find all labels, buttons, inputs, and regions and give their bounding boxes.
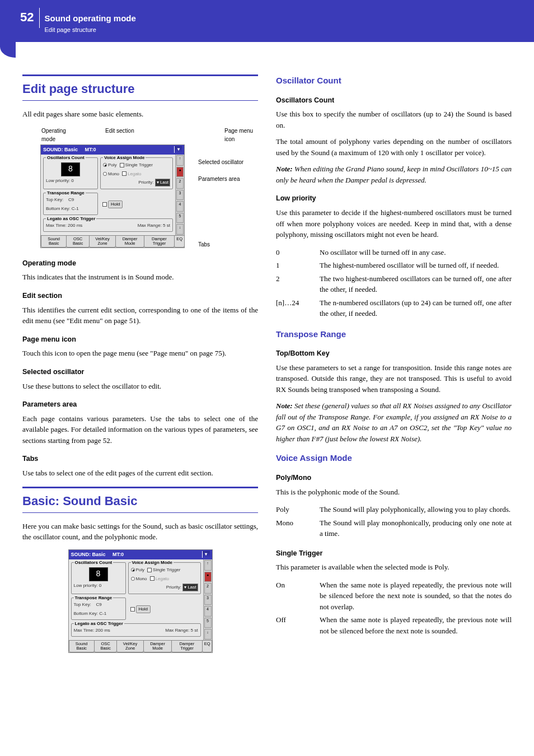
tab-sound-basic: Sound Basic [41,236,67,248]
low-priority: Low priority: 0 [46,178,95,184]
lp-val-3: The n-numbered oscillators (up to 24) ca… [320,296,512,320]
p-parameters-area: Each page contains various parameters. U… [22,413,258,446]
top-key-label: Top Key: [46,197,63,202]
lp-val-1: The highest-numbered oscillator will be … [320,259,512,272]
grp-voice-assign: Voice Assign Mode [103,155,146,161]
sec1-intro: All edit pages share some basic elements… [22,109,258,120]
max-time: Max Time: 200 ms [46,222,82,229]
p-tabs: Use tabs to select one of the edit pages… [22,468,258,479]
callout-page-menu-icon: Page menu icon [224,127,258,143]
callout-params-area: Parameters area [198,176,243,183]
callout-operating-mode: Operating mode [41,127,81,143]
grp-osc-count: Oscillators Count [46,155,86,161]
h-tabs: Tabs [22,454,258,464]
ui-tabs-2: Sound Basic OSC Basic Vel/Key Zone Dampe… [69,640,212,652]
st-key-0: On [276,578,320,614]
p-edit-section: This identifies the current edit section… [22,305,258,326]
h-voice-assign-mode: Voice Assign Mode [276,452,512,465]
pm-key-0: Poly [276,503,320,516]
h-poly-mono: Poly/Mono [276,473,512,483]
grp-voice-assign-2: Voice Assign Mode [131,559,174,566]
header-title: Sound operating mode [44,12,135,25]
max-range: Max Range: 5 st [138,222,170,229]
chk-single-trigger: Single Trigger [125,162,153,167]
table-poly-mono: PolyThe Sound will play polyphonically, … [276,503,512,540]
grp-osc-count-2: Oscillators Count [74,559,114,566]
hold-button-2: Hold [136,605,151,613]
header-curve [0,42,16,58]
grp-legato-trigger: Legato as OSC Trigger [46,216,96,222]
max-time-2: Max Time: 200 ms [74,627,110,634]
osc-selector-side-2: ↑●2345↓ [203,559,212,640]
h-selected-oscillator: Selected oscillator [22,367,258,377]
top-key-label-2: Top Key: [74,602,91,607]
h-parameters-area: Parameters area [22,399,258,410]
tab-eq: EQ [174,236,185,248]
page-header: 52 Sound operating mode Edit page struct… [0,0,534,42]
lp-key-0: 0 [276,246,320,259]
page-number: 52 [20,8,34,26]
callout-edit-section: Edit section [105,127,139,143]
menu-icon-2: ▾ [202,551,210,558]
pm-val-0: The Sound will play polyphonically, allo… [320,503,512,516]
diagram-plain: SOUND: Basic MT:0 ▾ Oscillators Count 8 … [22,549,258,653]
tab-osc-basic-2: OSC Basic [94,641,117,652]
ui-screenshot: SOUND: Basic MT:0 ▾ Oscillators Count 8 … [40,144,185,248]
p-operating-mode: This indicates that the instrument is in… [22,272,258,283]
pm-val-1: The Sound will play monophonically, prod… [320,516,512,540]
note-transpose: Note: Set these (general) values so that… [276,400,512,444]
tab-sound-basic-2: Sound Basic [69,641,95,652]
priority-label-2: Priority: [166,585,181,590]
h-operating-mode: Operating mode [22,258,258,269]
lp-val-2: The two highest-numbered oscillators can… [320,272,512,296]
menu-icon: ▾ [174,146,182,153]
top-key-value-2: C9 [96,602,102,607]
pm-key-1: Mono [276,516,320,540]
p-osc-count-2: The total amount of polyphony varies dep… [276,136,512,158]
bottom-key-label-2: Bottom Key: [74,611,99,616]
radio-poly: Poly [108,162,117,167]
ui-title-left: SOUND: Basic [43,147,78,152]
bottom-key-value-2: C-1 [99,611,106,616]
hold-button: Hold [108,200,123,208]
st-key-1: Off [276,613,320,637]
p-page-menu-icon: Touch this icon to open the page menu (s… [22,348,258,359]
callout-tabs: Tabs [198,241,243,248]
tab-osc-basic: OSC Basic [66,236,89,248]
p-single-trigger: This parameter is available when the sel… [276,562,512,573]
grp-transpose-2: Transpose Range [74,595,114,601]
priority-label: Priority: [138,180,153,185]
ui-title-right-2: MT:0 [113,552,124,557]
sec2-intro: Here you can make basic settings for the… [22,521,258,543]
h-top-bottom-key: Top/Bottom Key [276,348,512,359]
tab-damper-trigger: Damper Trigger [144,236,175,248]
callout-selected-osc: Selected oscillator [198,159,243,166]
priority-value: Last [160,180,168,185]
osc-count-value: 8 [61,162,80,176]
h-low-priority: Low priority [276,193,512,204]
table-single-trigger: OnWhen the same note is played repeatedl… [276,578,512,638]
p-low-priority: Use this parameter to decide if the high… [276,207,512,240]
tab-velkey-zone-2: Vel/Key Zone [116,641,144,652]
tab-eq-2: EQ [202,641,213,652]
chk-single-trigger-2: Single Trigger [153,567,180,572]
section-edit-page-structure: Edit page structure [22,74,258,101]
diagram-annotated: Operating mode Edit section Page menu ic… [22,127,258,248]
chk-legato-2: Legato [156,576,169,581]
p-top-bottom-key: Use these parameters to set a range for … [276,362,512,395]
bottom-key-label: Bottom Key: [46,206,71,211]
osc-count-value-2: 8 [89,567,108,581]
lp-key-3: [n]…24 [276,296,320,320]
h-oscillators-count: Oscillators Count [276,95,512,106]
top-key-value: C9 [68,197,74,202]
h-edit-section: Edit section [22,291,258,301]
st-val-0: When the same note is played repeatedly,… [320,578,512,614]
table-low-priority: 0No oscillator will be turned off in any… [276,246,512,320]
ui-title-right: MT:0 [85,147,96,152]
bottom-key-value: C-1 [72,206,79,211]
tab-velkey-zone: Vel/Key Zone [89,236,116,248]
h-single-trigger: Single Trigger [276,548,512,559]
ui-tabs: Sound Basic OSC Basic Vel/Key Zone Dampe… [41,235,184,248]
lp-key-1: 1 [276,259,320,272]
h-oscillator-count: Oscillator Count [276,74,512,87]
